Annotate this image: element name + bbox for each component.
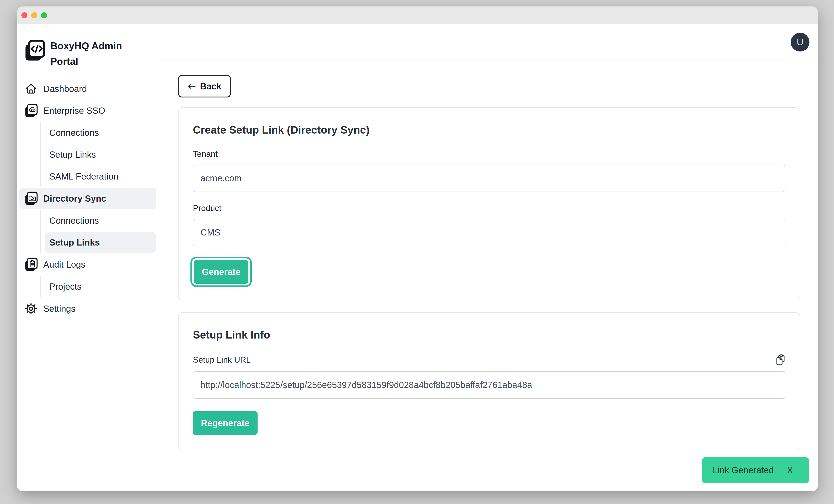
sidebar-link-settings[interactable]: Settings	[19, 298, 156, 319]
sidebar-label: Settings	[43, 304, 75, 314]
sidebar-sublabel: Connections	[49, 216, 99, 226]
tenant-label: Tenant	[193, 149, 785, 159]
copy-to-clipboard-button[interactable]	[775, 354, 785, 366]
setup-link-info-card: Setup Link Info Setup Link URL	[178, 312, 800, 452]
main-area: U Back Create Setup Link (Directory Sync…	[160, 24, 818, 491]
arrow-left-icon	[188, 83, 196, 89]
regenerate-button[interactable]: Regenerate	[193, 411, 258, 435]
boxyhq-logo-code-keycap-icon	[24, 40, 45, 62]
sidebar-link-saml-federation[interactable]: SAML Federation	[45, 166, 156, 187]
window-titlebar	[17, 6, 818, 24]
sidebar-link-sso-setup-links[interactable]: Setup Links	[45, 144, 156, 165]
back-button[interactable]: Back	[178, 75, 231, 97]
copy-clipboard-icon	[775, 354, 785, 366]
sidebar-nav: Dashboard	[17, 78, 160, 319]
gear-icon	[24, 301, 38, 316]
card-title: Create Setup Link (Directory Sync)	[193, 124, 785, 136]
toast-message: Link Generated	[713, 465, 774, 475]
product-label: Product	[193, 204, 785, 213]
sidebar-sublabel: Setup Links	[49, 150, 96, 160]
sidebar-item-directory-sync: Directory Sync Connections Setup Links	[19, 188, 156, 253]
create-setup-link-card: Create Setup Link (Directory Sync) Tenan…	[178, 107, 800, 300]
sidebar-link-dsync-setup-links[interactable]: Setup Links	[45, 232, 156, 253]
sidebar-label: Directory Sync	[43, 194, 106, 204]
audit-logs-clipboard-icon	[24, 257, 38, 272]
back-button-label: Back	[200, 81, 221, 91]
minimize-window-button[interactable]	[31, 12, 37, 18]
close-window-button[interactable]	[21, 12, 27, 18]
sidebar-link-dashboard[interactable]: Dashboard	[19, 78, 156, 99]
sidebar-link-sso-connections[interactable]: Connections	[45, 123, 156, 143]
toast-success: Link Generated X	[702, 457, 809, 483]
sidebar-sublabel: Projects	[49, 282, 82, 292]
sidebar-label: Audit Logs	[43, 260, 85, 270]
setup-link-url-input[interactable]	[193, 371, 785, 399]
directory-sync-submenu: Connections Setup Links	[40, 210, 156, 253]
avatar-initial: U	[797, 37, 804, 47]
app-title: BoxyHQ Admin Portal	[50, 38, 126, 69]
enterprise-sso-submenu: Connections Setup Links SAML Federation	[40, 123, 156, 187]
product-input[interactable]	[193, 219, 785, 246]
card-title: Setup Link Info	[193, 329, 785, 341]
sidebar-link-enterprise-sso[interactable]: Enterprise SSO	[19, 100, 156, 121]
page-content: Back Create Setup Link (Directory Sync) …	[160, 61, 818, 491]
sidebar-sublabel: Setup Links	[49, 238, 100, 247]
sidebar-label: Dashboard	[43, 84, 87, 94]
sidebar-sublabel: Connections	[49, 128, 99, 138]
sidebar-link-audit-logs[interactable]: Audit Logs	[19, 254, 156, 275]
sso-cloud-key-icon	[24, 103, 38, 118]
avatar[interactable]: U	[791, 33, 810, 51]
sidebar-label: Enterprise SSO	[43, 106, 105, 116]
setup-link-url-label: Setup Link URL	[193, 355, 251, 365]
sidebar-link-projects[interactable]: Projects	[45, 276, 156, 297]
sidebar-item-dashboard: Dashboard	[19, 78, 156, 99]
zoom-window-button[interactable]	[41, 12, 47, 18]
audit-logs-submenu: Projects	[40, 276, 156, 297]
sidebar: BoxyHQ Admin Portal Dashboard	[17, 24, 160, 491]
sidebar-sublabel: SAML Federation	[49, 172, 118, 181]
brand: BoxyHQ Admin Portal	[17, 38, 160, 69]
sidebar-link-directory-sync[interactable]: Directory Sync	[19, 188, 156, 209]
tenant-input[interactable]	[193, 165, 785, 192]
top-header: U	[160, 24, 818, 61]
home-icon	[24, 81, 38, 96]
directory-sync-folder-icon	[24, 191, 38, 206]
toast-close-button[interactable]: X	[787, 465, 793, 475]
sidebar-item-audit-logs: Audit Logs Projects	[19, 254, 156, 297]
sidebar-link-dsync-connections[interactable]: Connections	[45, 210, 156, 231]
sidebar-item-enterprise-sso: Enterprise SSO Connections Setup Links S…	[19, 100, 156, 187]
generate-button[interactable]: Generate	[194, 260, 248, 284]
app-window: BoxyHQ Admin Portal Dashboard	[17, 6, 818, 491]
sidebar-item-settings: Settings	[19, 298, 156, 319]
